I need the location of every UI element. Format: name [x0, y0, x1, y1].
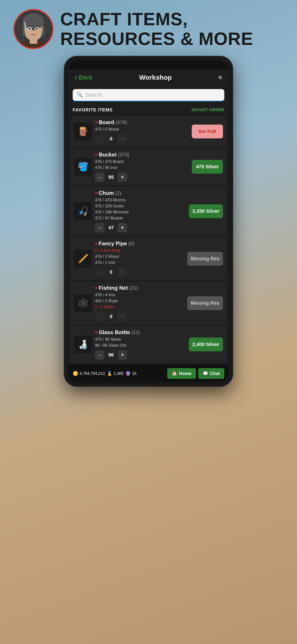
item-resource: 476 / 95 Iron — [95, 165, 189, 171]
phone-frame: ‹ Back Workshop ≡ 🔍 Search FAVORITE ITEM… — [64, 56, 233, 387]
item-name: Bucket — [99, 152, 117, 158]
svg-point-10 — [37, 28, 38, 28]
quantity-decrease-button[interactable]: - — [95, 134, 104, 144]
item-icon: 🕸️ — [74, 294, 92, 312]
quantity-value: 0 — [107, 269, 115, 275]
quantity-increase-button[interactable]: + — [118, 223, 127, 232]
item-resource: 476 / 96 Stone — [95, 336, 186, 342]
item-count: (373) — [118, 152, 129, 158]
quantity-increase-button[interactable]: + — [118, 134, 127, 144]
item-count: (21) — [129, 285, 138, 291]
craft-action-button[interactable]: Inv Full — [192, 124, 223, 138]
currency-gem: 🔮 16 — [125, 371, 136, 376]
item-resource: 476 / 1 Iron — [95, 260, 184, 266]
item-name-row: ♥Bucket (373) — [95, 152, 189, 158]
search-container: 🔍 Search — [68, 86, 229, 105]
gem-icon: 🔮 — [125, 371, 131, 376]
item-resource: 476 / 329 Grubs — [95, 203, 186, 209]
svg-point-7 — [28, 27, 31, 30]
list-item: 🕸️♥Fishing Net (21)476 / 4 Iron462 / 2 R… — [70, 282, 227, 324]
quantity-value: 0 — [107, 136, 115, 142]
item-details: ♥Bucket (373)476 / 475 Board476 / 95 Iro… — [95, 152, 189, 182]
item-name-row: ♥Chum (2) — [95, 190, 186, 196]
quantity-row: -0+ — [95, 312, 184, 321]
item-name: Board — [99, 119, 114, 126]
quantity-decrease-button[interactable]: - — [95, 223, 104, 232]
item-icon: 🪈 — [74, 250, 92, 268]
list-item: 🪵♥Board (476)476 / 5 Wood-0+Inv Full — [70, 116, 227, 147]
quantity-decrease-button[interactable]: - — [95, 172, 104, 182]
list-item: 🍶♥Glass Bottle (11)476 / 96 Stone96 / 96… — [70, 326, 227, 363]
svg-point-9 — [30, 28, 30, 28]
craft-action-button[interactable]: Missing Res — [187, 296, 223, 310]
item-name: Chum — [99, 190, 114, 196]
home-icon: 🏠 — [172, 371, 177, 376]
craft-action-button[interactable]: 2,400 Silver — [189, 338, 223, 351]
quantity-row: -95+ — [95, 172, 189, 182]
items-list: 🪵♥Board (476)476 / 5 Wood-0+Inv Full🪣♥Bu… — [68, 116, 229, 363]
chat-label: Chat — [210, 371, 220, 376]
item-icon: 🪵 — [74, 122, 92, 140]
craft-action-button[interactable]: 2,350 Silver — [189, 204, 223, 218]
currency-gold: 🥇 1,365 — [107, 371, 124, 376]
craft-action-button[interactable]: 475 Silver — [192, 160, 223, 174]
item-resource: 476 / 2 Wood — [95, 254, 184, 260]
gold-value: 1,365 — [113, 371, 124, 376]
top-nav: ‹ Back Workshop ≡ — [68, 69, 229, 86]
svg-point-8 — [36, 27, 38, 30]
item-name-row: ♥Board (476) — [95, 119, 189, 126]
item-icon: 🎣 — [74, 202, 92, 220]
adjust-order-button[interactable]: ADJUST ORDER — [191, 108, 224, 112]
quantity-value: 0 — [107, 314, 115, 320]
back-chevron-icon: ‹ — [75, 73, 77, 82]
home-button[interactable]: 🏠 Home — [167, 368, 196, 379]
item-resource: 462 / 2 Rope — [95, 298, 184, 304]
item-resource: 476 / 5 Wood — [95, 126, 189, 132]
quantity-decrease-button[interactable]: - — [95, 268, 104, 277]
item-name-row: ♥Fishing Net (21) — [95, 285, 184, 291]
quantity-row: -0+ — [95, 268, 184, 277]
home-label: Home — [179, 371, 192, 376]
list-item: 🪣♥Bucket (373)476 / 475 Board476 / 95 Ir… — [70, 148, 227, 185]
item-count: (476) — [115, 120, 127, 125]
item-resource: 476 / 470 Worms — [95, 197, 186, 203]
favorite-heart-icon: ♥ — [95, 120, 97, 125]
quantity-increase-button[interactable]: + — [118, 312, 127, 321]
silver-value: 3,784,704,212 — [79, 371, 105, 376]
quantity-increase-button[interactable]: + — [118, 350, 127, 360]
back-button[interactable]: ‹ Back — [75, 73, 92, 82]
item-resource: 96 / 96 Glass Orb — [95, 342, 186, 348]
item-details: ♥Fancy Pipe (0)0 / 3 Iron Ring476 / 2 Wo… — [95, 240, 184, 277]
item-details: ♥Fishing Net (21)476 / 4 Iron462 / 2 Rop… — [95, 285, 184, 321]
item-name: Glass Bottle — [99, 329, 130, 336]
quantity-row: -96+ — [95, 350, 186, 360]
quantity-value: 95 — [107, 174, 115, 180]
currency-silver: 🪙 3,784,704,212 — [73, 371, 105, 376]
page-title: CRAFT ITEMS, RESOURCES & MORE — [60, 10, 253, 49]
gem-value: 16 — [132, 371, 136, 376]
item-name-row: ♥Fancy Pipe (0) — [95, 240, 184, 247]
item-name-row: ♥Glass Bottle (11) — [95, 329, 186, 336]
quantity-value: 96 — [107, 352, 115, 358]
craft-action-button[interactable]: Missing Res — [187, 252, 223, 266]
quantity-increase-button[interactable]: + — [118, 268, 127, 277]
item-resource: 373 / 47 Bucket — [95, 215, 186, 221]
svg-point-12 — [37, 30, 42, 34]
bottom-bar: 🪙 3,784,704,212 🥇 1,365 🔮 16 🏠 — [68, 364, 229, 382]
favorite-heart-icon: ♥ — [95, 191, 97, 196]
item-details: ♥Glass Bottle (11)476 / 96 Stone96 / 96 … — [95, 329, 186, 360]
item-name: Fishing Net — [99, 285, 128, 291]
search-bar[interactable]: 🔍 Search — [73, 89, 224, 101]
back-label: Back — [79, 74, 92, 81]
chat-button[interactable]: 💬 Chat — [198, 368, 224, 379]
item-resource: 476 / 475 Board — [95, 159, 189, 165]
quantity-decrease-button[interactable]: - — [95, 312, 104, 321]
favorite-heart-icon: ♥ — [95, 286, 97, 290]
quantity-decrease-button[interactable]: - — [95, 350, 104, 360]
search-input[interactable]: Search — [85, 92, 102, 98]
menu-icon[interactable]: ≡ — [219, 74, 222, 81]
quantity-increase-button[interactable]: + — [118, 172, 127, 182]
item-resource: 476 / 188 Minnows — [95, 209, 186, 215]
quantity-row: -0+ — [95, 134, 189, 144]
nav-title: Workshop — [92, 74, 219, 81]
